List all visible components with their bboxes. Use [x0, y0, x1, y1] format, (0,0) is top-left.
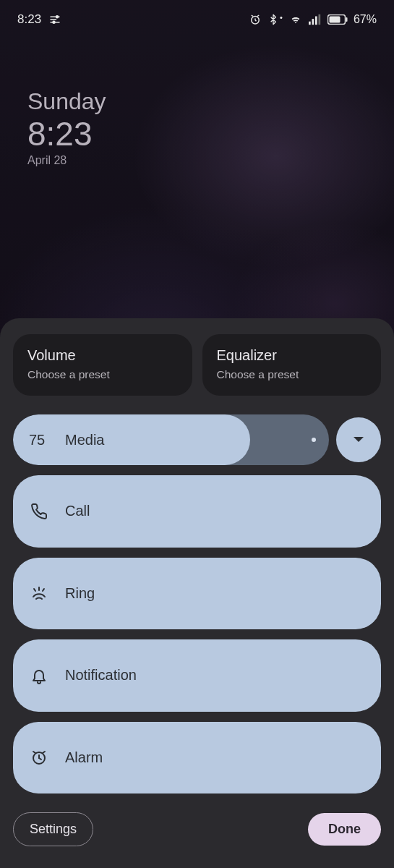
svg-line-8 [252, 15, 253, 17]
media-max-dot [312, 438, 316, 442]
media-slider[interactable]: 75 Media [13, 414, 329, 465]
svg-line-18 [34, 589, 35, 591]
svg-rect-13 [318, 14, 320, 25]
notification-slider[interactable]: Notification [13, 639, 381, 712]
svg-line-22 [39, 758, 41, 760]
ring-label: Ring [65, 585, 95, 602]
settings-button[interactable]: Settings [13, 812, 93, 846]
svg-rect-12 [315, 17, 317, 25]
tuner-icon [48, 13, 61, 26]
volume-preset-card[interactable]: Volume Choose a preset [13, 334, 192, 396]
chevron-down-icon [353, 433, 364, 446]
ring-slider[interactable]: Ring [13, 558, 381, 630]
status-bar: 8:23 • 67% [0, 0, 394, 39]
svg-rect-16 [346, 17, 347, 22]
svg-line-19 [43, 589, 44, 591]
volume-preset-subtitle: Choose a preset [27, 368, 178, 381]
notification-label: Notification [65, 667, 137, 684]
svg-point-3 [56, 16, 59, 18]
equalizer-preset-card[interactable]: Equalizer Choose a preset [202, 334, 382, 396]
phone-icon [29, 501, 49, 522]
svg-rect-10 [309, 22, 311, 25]
alarm-label: Alarm [65, 749, 103, 766]
lock-day: Sunday [27, 88, 106, 115]
bell-icon [29, 665, 49, 686]
ring-icon [29, 583, 49, 603]
svg-line-24 [43, 752, 45, 753]
equalizer-preset-subtitle: Choose a preset [217, 368, 367, 381]
done-button[interactable]: Done [308, 813, 381, 846]
volume-preset-title: Volume [27, 347, 178, 364]
call-slider[interactable]: Call [13, 475, 381, 548]
status-time: 8:23 [17, 12, 41, 27]
svg-line-7 [255, 20, 257, 22]
svg-line-9 [257, 15, 259, 17]
volume-panel: Volume Choose a preset Equalizer Choose … [0, 318, 394, 868]
lock-time: 8:23 [27, 116, 106, 151]
alarm-slider[interactable]: Alarm [13, 722, 381, 794]
svg-line-23 [33, 752, 35, 753]
media-label: Media [65, 432, 104, 448]
lock-clock: Sunday 8:23 April 28 [27, 88, 106, 167]
expand-button[interactable] [336, 417, 381, 462]
bluetooth-icon: • [267, 13, 283, 26]
call-label: Call [65, 503, 90, 519]
wifi-icon [288, 14, 303, 25]
battery-percent: 67% [354, 13, 377, 26]
battery-icon [327, 14, 348, 25]
lock-date: April 28 [27, 154, 106, 167]
alarm-status-icon [249, 13, 262, 26]
svg-rect-11 [312, 19, 314, 25]
media-value: 75 [29, 432, 49, 448]
alarm-icon [29, 747, 49, 767]
svg-rect-15 [329, 17, 340, 23]
signal-icon [309, 14, 322, 25]
svg-point-4 [53, 21, 55, 23]
equalizer-preset-title: Equalizer [217, 347, 367, 364]
